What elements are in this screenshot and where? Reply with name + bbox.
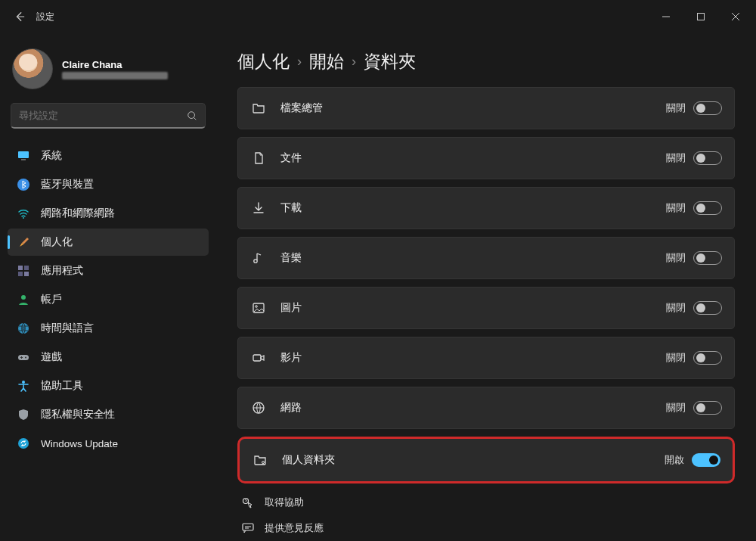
sidebar-item-8[interactable]: 協助工具 (8, 372, 209, 400)
sidebar-item-2[interactable]: 網路和網際網路 (8, 200, 209, 227)
sidebar-nav: 系統藍牙與裝置網路和網際網路個人化應用程式帳戶時間與語言遊戲協助工具隱私權與安全… (8, 142, 209, 457)
help-row-1[interactable]: 提供意見反應 (237, 521, 735, 535)
explorer-icon (250, 101, 267, 115)
sidebar-item-7[interactable]: 遊戲 (8, 344, 209, 371)
toggle-state-label: 關閉 (666, 201, 686, 215)
download-icon (250, 201, 267, 215)
svg-point-1 (188, 111, 195, 118)
svg-rect-2 (18, 151, 29, 158)
folder-toggle[interactable] (693, 351, 722, 365)
search-input[interactable] (19, 110, 187, 121)
folder-row-4: 圖片 關閉 (237, 287, 735, 329)
bluetooth-icon (17, 178, 30, 191)
folder-label: 文件 (280, 151, 302, 165)
window-minimize[interactable] (649, 5, 683, 28)
window-close[interactable] (718, 5, 753, 28)
sidebar-item-label: 遊戲 (41, 350, 62, 364)
folder-toggle[interactable] (693, 251, 722, 265)
window-maximize[interactable] (683, 5, 718, 28)
monitor-icon (17, 149, 30, 163)
crumb-folders: 資料夾 (364, 50, 416, 73)
toggle-state-label: 關閉 (666, 351, 686, 365)
toggle-state-label: 關閉 (666, 301, 686, 315)
help-row-0[interactable]: 取得協助 (237, 496, 735, 509)
sidebar-item-4[interactable]: 應用程式 (8, 257, 209, 284)
accessibility-icon (17, 379, 30, 393)
sidebar-item-3[interactable]: 個人化 (8, 229, 209, 256)
titlebar: 設定 (0, 0, 756, 33)
help-icon (240, 496, 256, 509)
svg-point-10 (21, 295, 26, 300)
video-icon (250, 351, 267, 365)
sidebar-item-label: 協助工具 (41, 379, 83, 393)
profile-block[interactable]: Claire Chana (8, 47, 209, 100)
sidebar: Claire Chana 系統藍牙與裝置網路和網際網路個人化應用程式帳戶時間與語… (0, 33, 216, 541)
svg-point-19 (256, 306, 258, 308)
sidebar-item-10[interactable]: Windows Update (8, 430, 209, 457)
sidebar-item-label: 系統 (41, 149, 62, 163)
network-icon (250, 401, 267, 415)
back-button[interactable] (11, 8, 29, 26)
sidebar-item-9[interactable]: 隱私權與安全性 (8, 401, 209, 428)
personal-folder-icon (252, 453, 268, 467)
crumb-start[interactable]: 開始 (309, 50, 344, 73)
folder-row-1: 文件 關閉 (237, 137, 735, 179)
main-content: 個人化 › 開始 › 資料夾 檔案總管 關閉 文件 關閉 下載 關閉 音樂 關閉… (216, 33, 756, 541)
profile-email-redacted (62, 72, 168, 79)
folder-row-7: 個人資料夾 開啟 (237, 437, 735, 483)
svg-point-5 (23, 217, 24, 219)
help-label: 取得協助 (265, 496, 304, 509)
svg-rect-9 (24, 272, 29, 276)
svg-point-15 (22, 381, 25, 384)
folder-row-3: 音樂 關閉 (237, 237, 735, 279)
folder-row-6: 網路 關閉 (237, 387, 735, 429)
sidebar-item-label: 隱私權與安全性 (41, 408, 115, 421)
toggle-state-label: 開啟 (665, 453, 684, 467)
gamepad-icon (17, 350, 30, 364)
folder-toggle[interactable] (693, 101, 722, 115)
sidebar-item-label: 個人化 (41, 235, 73, 249)
apps-icon (17, 264, 30, 278)
folder-toggle[interactable] (692, 453, 720, 467)
sidebar-item-label: 時間與語言 (41, 322, 94, 335)
folder-label: 圖片 (280, 301, 302, 315)
svg-point-22 (262, 462, 265, 464)
wifi-icon (17, 207, 30, 220)
help-label: 提供意見反應 (265, 521, 324, 535)
folder-toggle[interactable] (693, 401, 722, 415)
svg-rect-13 (18, 355, 29, 360)
profile-name: Claire Chana (62, 59, 168, 70)
shield-icon (17, 408, 30, 421)
update-icon (17, 437, 30, 450)
sidebar-item-label: 網路和網際網路 (41, 207, 115, 220)
toggle-state-label: 關閉 (666, 151, 686, 165)
svg-rect-0 (698, 14, 705, 20)
folder-toggle[interactable] (693, 301, 722, 315)
folder-toggle[interactable] (693, 201, 722, 215)
window-title: 設定 (36, 11, 54, 23)
svg-point-14 (25, 357, 26, 359)
crumb-personalization[interactable]: 個人化 (237, 50, 290, 73)
sidebar-item-1[interactable]: 藍牙與裝置 (8, 171, 209, 198)
sidebar-item-label: 帳戶 (41, 293, 62, 306)
toggle-state-label: 關閉 (666, 101, 686, 115)
folder-label: 檔案總管 (280, 101, 323, 115)
music-icon (250, 251, 267, 265)
sidebar-item-6[interactable]: 時間與語言 (8, 315, 209, 342)
chevron-right-icon: › (352, 54, 356, 70)
avatar (12, 48, 53, 89)
svg-rect-7 (24, 266, 29, 270)
folder-toggle[interactable] (693, 151, 722, 165)
svg-point-16 (18, 438, 29, 449)
sidebar-item-5[interactable]: 帳戶 (8, 286, 209, 313)
svg-point-17 (254, 260, 257, 263)
search-box[interactable] (11, 103, 206, 129)
folder-row-2: 下載 關閉 (237, 187, 735, 229)
sidebar-item-0[interactable]: 系統 (8, 142, 209, 169)
person-icon (17, 293, 30, 306)
brush-icon (17, 235, 30, 249)
chevron-right-icon: › (297, 54, 302, 70)
feedback-icon (240, 521, 256, 535)
sidebar-item-label: 應用程式 (41, 264, 83, 278)
folder-label: 影片 (280, 351, 302, 365)
